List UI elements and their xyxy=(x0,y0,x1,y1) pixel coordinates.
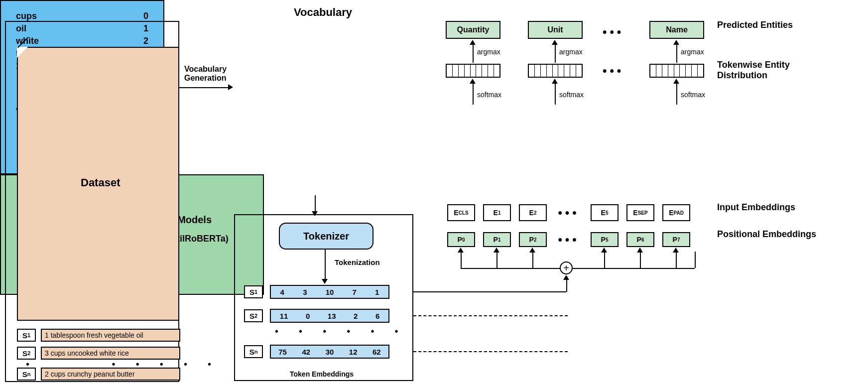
arrow-s1-plus-v xyxy=(566,279,567,292)
dist-name xyxy=(649,64,704,78)
arrow-tokenizer-emb xyxy=(325,250,326,280)
softmax-head-1 xyxy=(470,79,476,84)
arrow-vocab-tokenizer xyxy=(315,195,316,212)
tok-s2-3: 2 xyxy=(354,312,358,320)
tok-s1-3: 7 xyxy=(353,288,357,296)
embedding-box-s1: 4 3 10 7 1 xyxy=(270,285,389,299)
ie-e1-sub: 1 xyxy=(498,210,501,216)
pe-wire-7 xyxy=(676,252,677,268)
sentence-label-sn: Sn xyxy=(17,368,36,381)
pe-wire-6 xyxy=(640,252,641,268)
tok-sn-3: 12 xyxy=(349,348,358,356)
tok-s2-1: 0 xyxy=(306,312,310,320)
tokenizer-box: Tokenizer xyxy=(279,223,373,250)
argmax-label-1: argmax xyxy=(477,48,500,56)
plus-wire-left xyxy=(461,268,560,269)
sentence-label-s2: S2 xyxy=(17,347,36,360)
entity-name: Name xyxy=(649,21,704,39)
tok-s1-2: 10 xyxy=(326,288,334,296)
ie-ellipsis: ••• xyxy=(555,206,583,220)
pe-wire-5 xyxy=(604,252,605,268)
tokenization-label: Tokenization xyxy=(335,258,380,266)
positional-embeddings-row: P0 P1 P2 ••• P5 P6 P7 xyxy=(447,232,690,247)
pe-0-sub: 0 xyxy=(462,237,465,243)
token-embeddings-caption: Token Embeddings xyxy=(290,370,354,378)
pe-7: P7 xyxy=(662,232,690,247)
sentence-text-sn: 2 cups crunchy peanut butter xyxy=(41,368,180,381)
pe-wire-1 xyxy=(496,252,497,268)
tok-sn-2: 30 xyxy=(326,348,334,356)
sentence-text-s1: 1 tablespoon fresh vegetable oil xyxy=(41,329,180,342)
argmax-label-2: argmax xyxy=(559,48,583,56)
embedding-box-sn: 75 42 30 12 62 xyxy=(270,345,389,359)
dataset-title: Dataset xyxy=(81,176,120,189)
tok-s2-2: 13 xyxy=(328,312,336,320)
ie-cls: ECLS xyxy=(447,204,475,221)
vocab-generation-label: Vocabulary Generation xyxy=(184,65,234,83)
label-positional-embeddings: Positional Embeddings xyxy=(717,229,842,240)
pe-head-0 xyxy=(458,248,464,253)
sentence-text-s2: 3 cups uncooked white rice xyxy=(41,347,180,360)
embedding-row-sn: Sn 75 42 30 12 62 xyxy=(244,345,389,359)
label-tokenwise-dist: Tokenwise Entity Distribution xyxy=(717,60,842,81)
pe-5-sub: 5 xyxy=(606,237,609,243)
embedding-label-sn: Sn xyxy=(244,345,263,358)
sentence-label-s1: S1 xyxy=(17,329,36,342)
ie-sep-sub: SEP xyxy=(638,210,648,216)
argmax-arrow-1 xyxy=(473,44,474,63)
pe-1: P1 xyxy=(483,232,511,247)
dist-quantity xyxy=(446,64,500,78)
tok-s2-4: 6 xyxy=(375,312,379,320)
softmax-arrow-2 xyxy=(555,83,556,105)
embedding-row-s2: S2 11 0 13 2 6 xyxy=(244,309,389,323)
argmax-arrow-2 xyxy=(555,44,556,63)
pe-5: P5 xyxy=(591,232,619,247)
entity-quantity: Quantity xyxy=(446,21,500,39)
tok-s1-4: 1 xyxy=(375,288,379,296)
vocab-row-0: cups0 xyxy=(16,11,148,21)
pe-head-5 xyxy=(601,248,607,253)
argmax-head-1 xyxy=(470,40,476,45)
ie-cls-sub: CLS xyxy=(459,210,469,216)
plus-wire-right xyxy=(573,268,695,269)
pe-wire-0 xyxy=(461,252,462,268)
softmax-label-1: softmax xyxy=(477,91,501,99)
tokenizer-panel: Tokenizer Tokenization S1 4 3 10 7 1 S2 … xyxy=(234,214,413,381)
tok-s1-1: 3 xyxy=(303,288,307,296)
pe-2-sub: 2 xyxy=(534,237,537,243)
pe-wire-2 xyxy=(532,252,533,268)
pe-6-sub: 6 xyxy=(641,237,644,243)
input-embeddings-row: ECLS E1 E2 ••• E5 ESEP EPAD xyxy=(447,204,690,221)
tok-s2-0: 11 xyxy=(280,312,288,320)
embedding-label-s2: S2 xyxy=(244,309,263,322)
argmax-head-2 xyxy=(552,40,558,45)
dist-ellipsis: ••• xyxy=(603,64,624,78)
ie-e2-sub: 2 xyxy=(534,210,537,216)
ie-pad-sub: PAD xyxy=(673,210,683,216)
pe-7-sub: 7 xyxy=(677,237,680,243)
softmax-arrow-3 xyxy=(676,83,677,105)
plus-icon: + xyxy=(560,261,573,274)
label-predicted-entities: Predicted Entities xyxy=(717,20,842,30)
sentence-row-2: S2 3 cups uncooked white rice xyxy=(17,347,180,360)
embedding-row-s1: S1 4 3 10 7 1 xyxy=(244,285,389,299)
pe-6: P6 xyxy=(626,232,654,247)
vocab-id-0: 0 xyxy=(143,11,148,21)
softmax-label-3: softmax xyxy=(681,91,705,99)
ie-sep: ESEP xyxy=(626,204,654,221)
argmax-label-3: argmax xyxy=(681,48,704,56)
tok-sn-1: 42 xyxy=(302,348,310,356)
pe-2: P2 xyxy=(519,232,547,247)
arrowhead-s1-plus xyxy=(563,275,569,280)
pe-head-6 xyxy=(637,248,643,253)
pe-1-sub: 1 xyxy=(498,237,501,243)
entity-unit: Unit xyxy=(528,21,583,39)
embedding-label-s1: S1 xyxy=(244,285,263,298)
label-input-embeddings: Input Embeddings xyxy=(717,202,842,213)
embedding-box-s2: 11 0 13 2 6 xyxy=(270,309,389,323)
arrowhead-tokenizer-emb xyxy=(322,279,328,284)
pe-0: P0 xyxy=(447,232,475,247)
sentence-row-n: Sn 2 cups crunchy peanut butter xyxy=(17,368,180,381)
pe-wire-end xyxy=(695,252,696,268)
pe-head-7 xyxy=(673,248,679,253)
